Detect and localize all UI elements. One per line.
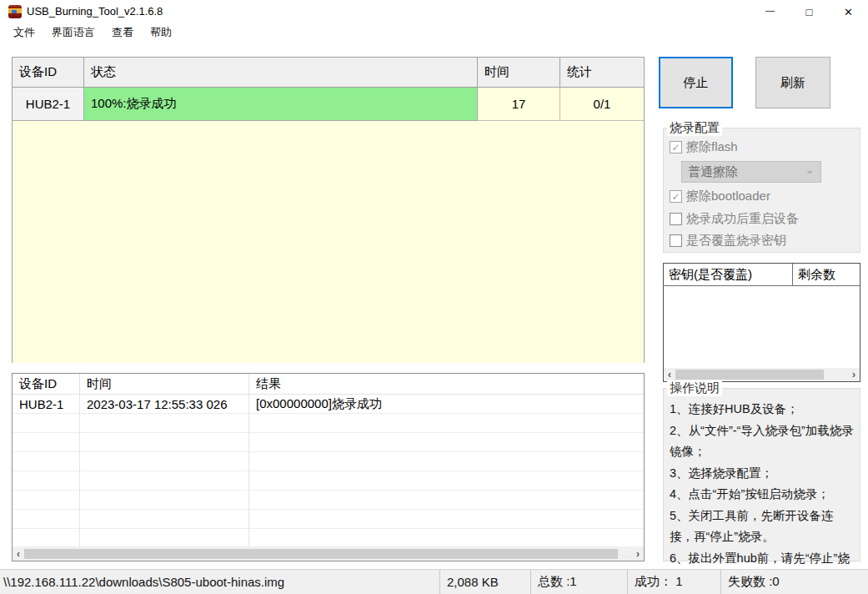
scroll-right-icon[interactable]: › bbox=[632, 547, 644, 561]
total-count-status: 总数 :1 bbox=[531, 570, 628, 594]
burn-config-group: 烧录配置 ✓ 擦除flash 普通擦除 ⌄ ✓ 擦除bootloader 烧录成… bbox=[663, 128, 860, 253]
image-path-status: \\192.168.111.22\downloads\S805-uboot-hi… bbox=[0, 570, 440, 594]
scroll-left-icon[interactable]: ‹ bbox=[664, 368, 675, 381]
erase-mode-value: 普通擦除 bbox=[688, 164, 738, 180]
log-time-header[interactable]: 时间 bbox=[80, 374, 249, 394]
refresh-button[interactable]: 刷新 bbox=[755, 57, 830, 108]
log-empty-row bbox=[13, 529, 644, 548]
log-empty-row bbox=[13, 510, 644, 529]
instruction-step: 5、关闭工具前，先断开设备连接，再“停止”烧录。 bbox=[670, 506, 855, 548]
failed-count-status: 失败数 :0 bbox=[721, 570, 868, 594]
reboot-after-label: 烧录成功后重启设备 bbox=[686, 211, 799, 227]
log-empty-row bbox=[13, 433, 644, 452]
burn-time-cell[interactable]: 17 bbox=[478, 88, 560, 121]
instruction-step: 1、连接好HUB及设备； bbox=[670, 399, 855, 420]
log-empty-row bbox=[13, 452, 644, 471]
key-table-hscrollbar[interactable]: ‹ › bbox=[664, 368, 860, 381]
title-bar: USB_Burning_Tool_v2.1.6.8 — □ ✕ bbox=[0, 0, 868, 23]
burn-status-cell[interactable]: 100%:烧录成功 bbox=[84, 88, 478, 121]
scroll-left-icon[interactable]: ‹ bbox=[13, 547, 24, 561]
key-table-header: 密钥(是否覆盖) 剩余数 bbox=[664, 264, 860, 286]
log-table-hscrollbar[interactable]: ‹ › bbox=[13, 546, 644, 561]
instruction-step: 4、点击“开始”按钮启动烧录； bbox=[670, 484, 855, 506]
image-size-status: 2,088 KB bbox=[440, 570, 531, 594]
time-column-header[interactable]: 时间 bbox=[478, 58, 560, 87]
close-button[interactable]: ✕ bbox=[829, 0, 868, 23]
scrollbar-thumb[interactable] bbox=[675, 370, 824, 380]
erase-flash-checkbox[interactable]: ✓ 擦除flash bbox=[670, 139, 738, 155]
scroll-right-icon[interactable]: › bbox=[848, 368, 860, 381]
erase-flash-label: 擦除flash bbox=[686, 139, 738, 155]
log-table-header: 设备ID 时间 结果 bbox=[13, 374, 644, 395]
checkbox-checked-icon: ✓ bbox=[670, 190, 682, 203]
usb-burning-tool-window: USB_Burning_Tool_v2.1.6.8 — □ ✕ 文件 界面语言 … bbox=[0, 0, 868, 594]
maximize-button[interactable]: □ bbox=[790, 0, 829, 23]
log-result-cell[interactable]: [0x00000000]烧录成功 bbox=[249, 395, 644, 413]
stat-column-header[interactable]: 统计 bbox=[560, 58, 644, 87]
menu-language[interactable]: 界面语言 bbox=[43, 23, 103, 42]
log-result-header[interactable]: 结果 bbox=[249, 374, 644, 394]
erase-bootloader-label: 擦除bootloader bbox=[686, 189, 770, 204]
chevron-down-icon: ⌄ bbox=[805, 163, 815, 176]
burn-config-title: 烧录配置 bbox=[667, 120, 722, 136]
success-count-status: 成功： 1 bbox=[628, 570, 721, 594]
log-time-cell[interactable]: 2023-03-17 12:55:33 026 bbox=[80, 395, 249, 413]
device-table-header: 设备ID 状态 时间 统计 bbox=[13, 58, 644, 88]
overwrite-key-label: 是否覆盖烧录密钥 bbox=[686, 233, 786, 249]
menu-view[interactable]: 查看 bbox=[103, 23, 142, 42]
checkbox-checked-icon: ✓ bbox=[670, 141, 682, 154]
menu-help[interactable]: 帮助 bbox=[142, 23, 180, 42]
status-column-header[interactable]: 状态 bbox=[84, 58, 478, 87]
stop-button[interactable]: 停止 bbox=[659, 57, 733, 108]
checkbox-unchecked-icon bbox=[670, 234, 682, 247]
maximize-icon: □ bbox=[806, 6, 813, 18]
device-status-table: 设备ID 状态 时间 统计 HUB2-1 100%:烧录成功 17 0/1 bbox=[12, 57, 645, 363]
erase-mode-dropdown[interactable]: 普通擦除 ⌄ bbox=[681, 161, 821, 183]
app-icon bbox=[8, 5, 22, 18]
device-id-cell[interactable]: HUB2-1 bbox=[13, 88, 84, 121]
log-empty-row bbox=[13, 471, 644, 491]
close-icon: ✕ bbox=[844, 6, 853, 18]
window-title: USB_Burning_Tool_v2.1.6.8 bbox=[27, 5, 163, 18]
device-table-empty-area bbox=[13, 121, 644, 363]
overwrite-key-checkbox[interactable]: 是否覆盖烧录密钥 bbox=[670, 233, 786, 249]
instruction-step: 2、从“文件”-“导入烧录包”加载烧录镜像； bbox=[670, 420, 855, 463]
instructions-group: 操作说明 1、连接好HUB及设备； 2、从“文件”-“导入烧录包”加载烧录镜像；… bbox=[663, 388, 860, 561]
log-device-id-header[interactable]: 设备ID bbox=[13, 374, 80, 394]
remaining-column-header[interactable]: 剩余数 bbox=[793, 264, 860, 285]
log-empty-row bbox=[13, 414, 644, 433]
window-controls: — □ ✕ bbox=[750, 0, 868, 23]
log-table: 设备ID 时间 结果 HUB2-1 2023-03-17 12:55:33 02… bbox=[12, 373, 645, 561]
erase-bootloader-checkbox[interactable]: ✓ 擦除bootloader bbox=[670, 189, 770, 204]
device-id-column-header[interactable]: 设备ID bbox=[13, 58, 84, 87]
reboot-after-checkbox[interactable]: 烧录成功后重启设备 bbox=[670, 211, 799, 227]
key-table: 密钥(是否覆盖) 剩余数 ‹ › bbox=[663, 263, 860, 382]
scrollbar-thumb[interactable] bbox=[24, 549, 618, 559]
menu-bar: 文件 界面语言 查看 帮助 bbox=[0, 23, 868, 42]
device-row[interactable]: HUB2-1 100%:烧录成功 17 0/1 bbox=[13, 88, 644, 121]
burn-stat-cell[interactable]: 0/1 bbox=[560, 88, 644, 121]
instruction-step: 3、选择烧录配置； bbox=[670, 463, 855, 485]
log-row[interactable]: HUB2-1 2023-03-17 12:55:33 026 [0x000000… bbox=[13, 395, 644, 414]
checkbox-unchecked-icon bbox=[670, 213, 682, 225]
instructions-text: 1、连接好HUB及设备； 2、从“文件”-“导入烧录包”加载烧录镜像； 3、选择… bbox=[664, 394, 860, 591]
key-column-header[interactable]: 密钥(是否覆盖) bbox=[664, 264, 793, 285]
log-device-id-cell[interactable]: HUB2-1 bbox=[13, 395, 80, 413]
status-bar: \\192.168.111.22\downloads\S805-uboot-hi… bbox=[0, 569, 868, 594]
minimize-button[interactable]: — bbox=[750, 0, 790, 23]
menu-file[interactable]: 文件 bbox=[5, 23, 43, 42]
minimize-icon: — bbox=[765, 5, 775, 15]
log-empty-row bbox=[13, 491, 644, 510]
